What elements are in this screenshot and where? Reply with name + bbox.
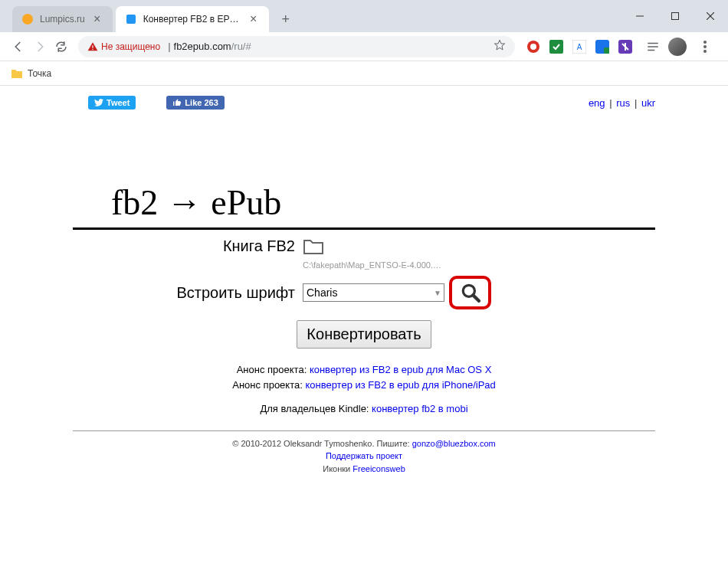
tab-fb2epub[interactable]: Конвертер FB2 в EPUB ×: [116, 6, 269, 32]
footer: © 2010-2012 Oleksandr Tymoshenko. Пишите…: [73, 437, 655, 476]
window-controls: [622, 0, 728, 32]
footer-support-link[interactable]: Поддержать проект: [326, 451, 402, 460]
forward-button[interactable]: [29, 36, 51, 57]
extension-icon[interactable]: [618, 39, 633, 54]
favicon-fb2epub: [125, 13, 137, 25]
svg-rect-10: [549, 40, 563, 54]
browser-titlebar: Lumpics.ru × Конвертер FB2 в EPUB × +: [0, 0, 728, 32]
extension-icons: A: [521, 36, 720, 57]
magnifier-icon: [461, 283, 480, 303]
svg-point-0: [22, 14, 33, 25]
close-icon[interactable]: ×: [248, 13, 260, 25]
bookmark-item[interactable]: Точка: [11, 68, 51, 79]
language-switcher: eng | rus | ukr: [589, 97, 655, 109]
font-label: Встроить шрифт: [73, 284, 303, 302]
svg-point-17: [703, 45, 707, 48]
lang-rus[interactable]: rus: [616, 97, 630, 109]
footer-divider: [73, 430, 655, 431]
file-picker-icon[interactable]: [303, 244, 324, 257]
profile-avatar[interactable]: [668, 38, 687, 56]
svg-point-9: [530, 44, 536, 50]
url-host: fb2epub.com: [174, 41, 231, 52]
bookmarks-bar: Точка: [0, 61, 728, 86]
svg-rect-3: [672, 13, 679, 20]
bookmark-star-icon[interactable]: [494, 39, 506, 54]
book-label: Книга FB2: [73, 237, 303, 255]
announce-block: Анонс проекта: конвертер из FB2 в epub д…: [73, 362, 655, 417]
file-path-text: C:\fakepath\Map_ENTSO-E-4.000.00...: [303, 260, 444, 270]
new-tab-button[interactable]: +: [275, 8, 297, 30]
reading-list-icon[interactable]: [645, 39, 661, 54]
social-row: Tweet Like 263 eng | rus | ukr: [73, 92, 655, 113]
announce-link-kindle[interactable]: конвертер fb2 в mobi: [372, 403, 467, 414]
tweet-button[interactable]: Tweet: [88, 96, 136, 110]
page-content: Tweet Like 263 eng | rus | ukr fb2 → ePu…: [0, 86, 728, 475]
warning-icon: [87, 41, 98, 52]
svg-point-16: [703, 41, 707, 44]
security-warning: Не защищено: [87, 41, 160, 52]
lang-eng[interactable]: eng: [589, 97, 605, 109]
extension-icon[interactable]: [595, 39, 610, 54]
facebook-like-button[interactable]: Like 263: [166, 96, 224, 110]
svg-rect-7: [92, 48, 93, 49]
folder-icon: [11, 68, 23, 79]
footer-icons-link[interactable]: Freeiconsweb: [353, 464, 405, 473]
browser-toolbar: Не защищено | fb2epub.com/ru/# A: [0, 32, 728, 61]
thumbs-up-icon: [172, 98, 182, 107]
tab-lumpics[interactable]: Lumpics.ru ×: [12, 6, 113, 32]
convert-button[interactable]: Конвертировать: [297, 320, 431, 349]
preview-font-button[interactable]: [449, 276, 491, 309]
back-button[interactable]: [8, 36, 29, 57]
svg-text:A: A: [577, 43, 582, 51]
twitter-icon: [94, 99, 103, 106]
reload-button[interactable]: [51, 36, 72, 57]
lang-ukr[interactable]: ukr: [641, 97, 655, 109]
font-row: Встроить шрифт ▼: [73, 276, 655, 309]
svg-rect-1: [126, 15, 136, 24]
close-window-button[interactable]: [693, 5, 728, 28]
announce-link-ios[interactable]: конвертер из FB2 в epub для iPhone/iPad: [305, 379, 495, 391]
extension-icon[interactable]: A: [572, 39, 587, 54]
minimize-button[interactable]: [622, 5, 657, 28]
svg-point-18: [703, 50, 707, 53]
url-path: /ru/#: [231, 41, 251, 52]
book-row: Книга FB2 C:\fakepath\Map_ENTSO-E-4.000.…: [73, 237, 655, 270]
svg-line-20: [473, 295, 479, 301]
font-select[interactable]: [303, 283, 444, 302]
title-divider: [73, 227, 655, 230]
address-bar[interactable]: Не защищено | fb2epub.com/ru/#: [78, 36, 515, 57]
svg-rect-14: [604, 47, 609, 54]
announce-link-mac[interactable]: конвертер из FB2 в epub для Mac OS X: [310, 364, 491, 375]
maximize-button[interactable]: [657, 5, 693, 28]
page-title: fb2 → ePub: [111, 182, 655, 223]
tab-title: Lumpics.ru: [40, 14, 85, 25]
favicon-lumpics: [21, 13, 34, 25]
browser-menu-button[interactable]: [694, 36, 716, 57]
extension-icon[interactable]: [549, 39, 564, 54]
tab-title: Конвертер FB2 в EPUB: [143, 14, 241, 25]
close-icon[interactable]: ×: [91, 13, 103, 25]
extension-icon[interactable]: [526, 39, 541, 54]
footer-email[interactable]: gonzo@bluezbox.com: [412, 439, 496, 448]
svg-rect-6: [92, 45, 93, 48]
